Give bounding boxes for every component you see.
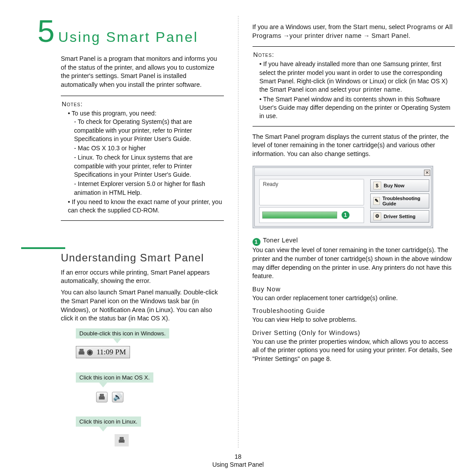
marker-1-inline: 1 (253, 238, 260, 246)
def-body: You can view Help to solve problems. (253, 316, 455, 324)
tray-time: 11:09 PM (97, 348, 126, 357)
speaker-icon: 🔊 (112, 392, 123, 402)
chapter-header: 5 Using Smart Panel (19, 16, 224, 47)
printer-icon: 🖶 (78, 348, 85, 356)
callout-macos: Click this icon in Mac OS X. (76, 372, 153, 387)
cart-icon: $ (373, 182, 381, 190)
notes-box-left: Notes: To use this program, you need: To… (61, 96, 224, 221)
footer-title: Using Smart Panel (0, 461, 476, 468)
body-paragraph: The Smart Panel program displays the cur… (253, 133, 455, 159)
note-subitem: Mac OS X 10.3 or higher (74, 144, 223, 152)
buy-now-button[interactable]: $Buy Now (370, 179, 429, 192)
callout-windows: Double-click this icon in Windows. (76, 328, 169, 343)
def-title: Troubleshooting Guide (253, 307, 455, 316)
guide-icon: ✎ (373, 197, 380, 205)
note-item: If you have already installed more than … (260, 60, 454, 94)
printer-status: Ready (259, 179, 364, 205)
notes-box-right: Notes: If you have already installed mor… (253, 46, 455, 126)
section-heading: Understanding Smart Panel (61, 252, 224, 264)
note-subitem: Linux. To check for Linux systems that a… (74, 153, 223, 179)
chapter-title: Using Smart Panel (58, 29, 198, 45)
definitions: 1Toner Level You can view the level of t… (253, 236, 455, 364)
def-body: You can view the level of toner remainin… (253, 246, 455, 281)
body-paragraph: You can also launch Smart Panel manually… (61, 288, 223, 323)
section-rule (21, 247, 65, 249)
macos-statusbar: 🖶 🔊 (96, 392, 123, 402)
intro-paragraph: Smart Panel is a program that monitors a… (61, 55, 223, 89)
printer-icon: 🖶 (96, 392, 108, 402)
note-item: The Smart Panel window and its contents … (260, 95, 454, 121)
windows-tray: 🖶 ◉ 11:09 PM (76, 346, 130, 358)
note-item: To use this program, you need: To check … (68, 109, 223, 197)
note-item: If you need to know the exact name of yo… (68, 198, 223, 215)
def-body: You can use the printer properties windo… (253, 338, 455, 364)
globe-icon: ◉ (87, 348, 93, 356)
body-paragraph: If you are a Windows user, from the Star… (253, 23, 455, 40)
def-title: Buy Now (253, 285, 455, 294)
callout-label: Click this icon in Mac OS X. (76, 372, 153, 383)
notes-label: Notes: (62, 100, 223, 108)
body-paragraph: If an error occurs while printing, Smart… (61, 268, 223, 286)
driver-setting-button[interactable]: ⚙Driver Setting (370, 210, 429, 223)
toner-level-area: 1 (259, 207, 364, 223)
callout-label: Click this icon in Linux. (76, 416, 141, 427)
marker-1: 1 (342, 211, 350, 219)
smart-panel-window: ✕ Ready 1 $Buy Now ✎Troubleshooting Guid… (253, 166, 433, 228)
linux-tray-icon: 🖶 (115, 434, 129, 446)
note-subitem: Internet Explorer version 5.0 or higher … (74, 180, 223, 197)
page-number: 18 (0, 453, 476, 460)
def-title: Toner Level (263, 237, 298, 244)
settings-icon: ⚙ (373, 212, 381, 220)
def-title: Driver Setting (Only for Windows) (253, 329, 455, 338)
notes-label: Notes: (253, 50, 454, 59)
chapter-number: 5 (19, 16, 55, 47)
page-footer: 18 Using Smart Panel (0, 453, 476, 468)
callout-linux: Click this icon in Linux. (76, 416, 141, 431)
note-subitem: To check for Operating System(s) that ar… (74, 118, 223, 143)
toner-bar (262, 212, 337, 219)
close-icon[interactable]: ✕ (424, 170, 430, 176)
column-divider (238, 16, 238, 448)
troubleshooting-button[interactable]: ✎Troubleshooting Guide (370, 193, 429, 208)
def-body: You can order replacement toner cartridg… (253, 294, 455, 303)
callout-label: Double-click this icon in Windows. (76, 328, 169, 338)
